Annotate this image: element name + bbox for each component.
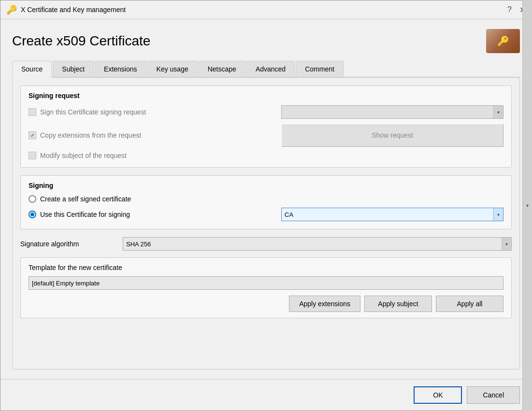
signature-algorithm-label: Signature algorithm xyxy=(20,240,117,248)
tab-bar: Source Subject Extensions Key usage Nets… xyxy=(12,61,520,78)
tab-extensions[interactable]: Extensions xyxy=(95,61,146,77)
tab-subject[interactable]: Subject xyxy=(53,61,94,77)
self-signed-label: Create a self signed certificate xyxy=(40,195,131,203)
signing-label: Signing xyxy=(29,182,503,189)
copy-extensions-label: Copy extensions from the request xyxy=(40,131,141,139)
app-logo xyxy=(486,29,520,53)
tab-advanced[interactable]: Advanced xyxy=(246,61,295,77)
signing-request-section: Signing request Sign this Certificate si… xyxy=(20,85,512,168)
bottom-bar: OK Cancel xyxy=(0,379,532,411)
ok-button[interactable]: OK xyxy=(414,386,462,404)
copy-extensions-checkbox[interactable] xyxy=(29,131,36,139)
template-value: [default] Empty template xyxy=(32,280,500,287)
signing-request-content: Sign this Certificate signing request ▾ … xyxy=(29,105,503,159)
sign-csr-label: Sign this Certificate signing request xyxy=(40,108,146,116)
use-cert-label: Use this Certificate for signing xyxy=(40,211,130,218)
ca-dropdown-arrow: ▾ xyxy=(493,208,503,221)
help-button[interactable]: ? xyxy=(507,5,512,14)
sign-csr-checkbox[interactable] xyxy=(29,108,36,116)
modify-subject-label: Modify subject of the request xyxy=(40,152,127,159)
signing-request-label: Signing request xyxy=(29,92,503,99)
tab-source[interactable]: Source xyxy=(12,61,52,78)
content-area: Create x509 Certificate Source Subject E… xyxy=(0,19,532,379)
csr-dropdown-arrow: ▾ xyxy=(493,106,503,118)
page-title-area: Create x509 Certificate xyxy=(12,29,520,53)
signature-algorithm-control: SHA 256 ▾ xyxy=(123,237,512,251)
title-bar: 🔑 X Certificate and Key management ? ✕ xyxy=(0,0,532,19)
apply-extensions-button[interactable]: Apply extensions xyxy=(289,296,360,312)
source-panel: Signing request Sign this Certificate si… xyxy=(12,78,520,369)
apply-subject-button[interactable]: Apply subject xyxy=(364,296,432,312)
window-title: X Certificate and Key management xyxy=(21,6,126,14)
sha-value: SHA 256 xyxy=(126,241,508,248)
signing-section: Signing Create a self signed certificate… xyxy=(20,175,512,229)
ca-value: CA xyxy=(285,211,500,218)
use-cert-row: Use this Certificate for signing CA ▾ xyxy=(29,208,503,221)
copy-extensions-left: Copy extensions from the request xyxy=(29,131,141,139)
template-dropdown[interactable]: [default] Empty template ▾ xyxy=(29,276,503,290)
main-window: 🔑 X Certificate and Key management ? ✕ C… xyxy=(0,0,532,411)
modify-subject-row: Modify subject of the request xyxy=(29,152,503,159)
tab-netscape[interactable]: Netscape xyxy=(199,61,245,77)
tab-key-usage[interactable]: Key usage xyxy=(147,61,198,77)
sha-dropdown-arrow: ▾ xyxy=(502,238,511,250)
apply-all-button[interactable]: Apply all xyxy=(436,296,503,312)
tab-comment[interactable]: Comment xyxy=(296,61,344,77)
signature-algorithm-dropdown[interactable]: SHA 256 ▾ xyxy=(123,237,512,251)
self-signed-radio[interactable] xyxy=(29,195,36,203)
cancel-button[interactable]: Cancel xyxy=(467,386,520,404)
page-title: Create x509 Certificate xyxy=(12,33,150,49)
template-dropdown-arrow: ▾ xyxy=(522,0,532,411)
app-icon: 🔑 xyxy=(6,4,17,15)
csr-dropdown[interactable]: ▾ xyxy=(281,105,503,119)
self-signed-row: Create a self signed certificate xyxy=(29,195,503,203)
use-cert-radio[interactable] xyxy=(29,211,36,218)
modify-subject-checkbox[interactable] xyxy=(29,152,36,159)
template-section: Template for the new certificate [defaul… xyxy=(20,257,512,318)
show-request-button[interactable]: Show request xyxy=(281,124,503,147)
copy-extensions-row: Copy extensions from the request Show re… xyxy=(29,124,503,147)
apply-buttons-row: Apply extensions Apply subject Apply all xyxy=(29,296,503,312)
use-cert-left: Use this Certificate for signing xyxy=(29,211,130,218)
template-label: Template for the new certificate xyxy=(29,264,503,271)
sign-csr-row: Sign this Certificate signing request ▾ xyxy=(29,105,503,119)
ca-dropdown[interactable]: CA ▾ xyxy=(281,208,503,221)
title-bar-left: 🔑 X Certificate and Key management xyxy=(6,4,126,15)
signature-algorithm-row: Signature algorithm SHA 256 ▾ xyxy=(20,237,512,251)
sign-csr-left: Sign this Certificate signing request xyxy=(29,108,146,116)
